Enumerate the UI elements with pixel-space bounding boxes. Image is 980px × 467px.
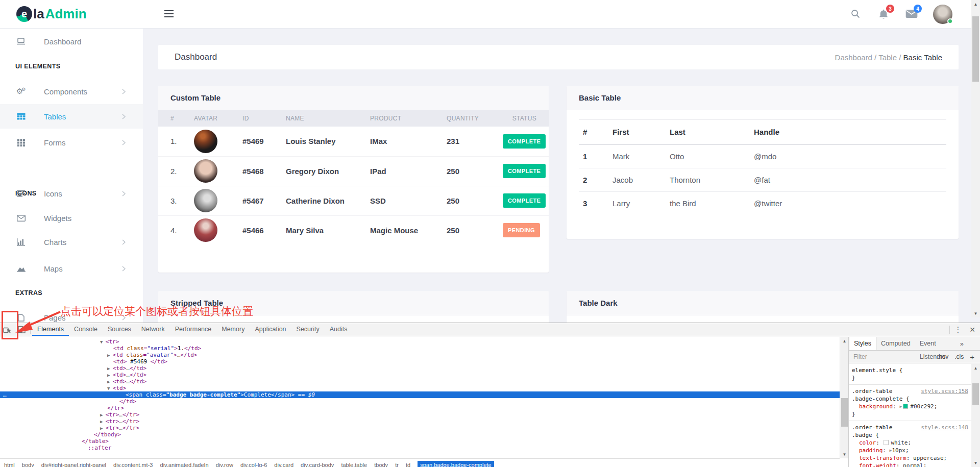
devtools-tab-console[interactable]: Console bbox=[69, 323, 103, 336]
online-status-dot bbox=[947, 18, 953, 24]
style-rule-element[interactable]: element.style { } bbox=[849, 364, 971, 385]
expand-arrow-icon[interactable]: ▶ bbox=[899, 404, 902, 409]
devtools-close-icon[interactable]: ✕ bbox=[965, 326, 980, 334]
color-swatch[interactable] bbox=[884, 440, 889, 445]
page-scrollbar[interactable]: ▲ ▼ bbox=[971, 0, 980, 317]
dom-crumb[interactable]: div.row bbox=[216, 462, 233, 467]
breadcrumb-table[interactable]: Table bbox=[878, 53, 897, 62]
devtools-tab-sources[interactable]: Sources bbox=[103, 323, 136, 336]
sidebar-item-tables[interactable]: Tables bbox=[0, 104, 143, 129]
devtools-tab-audits[interactable]: Audits bbox=[325, 323, 353, 336]
scrollbar-thumb[interactable] bbox=[972, 383, 979, 405]
tree-line-gutter-dots: … bbox=[3, 391, 7, 398]
styles-scrollbar[interactable]: ▲ ▼ bbox=[971, 364, 980, 467]
breadcrumb-dashboard[interactable]: Dashboard bbox=[835, 53, 872, 62]
tab-styles[interactable]: Styles bbox=[849, 337, 876, 350]
dom-crumb[interactable]: div.content.mt-3 bbox=[113, 462, 153, 467]
devtools-tab-network[interactable]: Network bbox=[136, 323, 170, 336]
notifications-bell-icon[interactable]: 3 bbox=[878, 9, 889, 20]
tab-event-listeners[interactable]: Event Listeners bbox=[915, 337, 960, 350]
sidebar-item-charts[interactable]: Charts bbox=[0, 230, 143, 254]
hamburger-menu-icon[interactable] bbox=[164, 10, 175, 19]
devtools-tab-memory[interactable]: Memory bbox=[216, 323, 250, 336]
dom-crumb[interactable]: tbody bbox=[374, 462, 388, 467]
elements-scrollbar[interactable]: ▲ ▼ bbox=[840, 337, 848, 458]
scroll-down-arrow[interactable]: ▼ bbox=[971, 459, 980, 467]
scroll-down-arrow[interactable]: ▼ bbox=[840, 450, 849, 458]
card-title: Custom Table bbox=[158, 86, 549, 110]
tree-line[interactable]: ▶ <tr>…</tr> bbox=[0, 411, 840, 418]
tab-computed[interactable]: Computed bbox=[876, 337, 915, 350]
app-logo[interactable]: elaAdmin bbox=[16, 6, 87, 22]
dom-crumb[interactable]: div.card-body bbox=[301, 462, 334, 467]
tree-line-selected[interactable]: …<span class="badge badge-complete">Comp… bbox=[0, 391, 840, 398]
more-tabs-icon[interactable]: » bbox=[960, 340, 964, 348]
devtools-tab-elements[interactable]: Elements bbox=[32, 323, 69, 336]
tree-line[interactable]: ▶ <td>…</td> bbox=[0, 378, 840, 385]
filter-input[interactable]: Filter bbox=[853, 353, 867, 360]
scroll-down-arrow[interactable]: ▼ bbox=[971, 309, 980, 317]
scroll-up-arrow[interactable]: ▲ bbox=[971, 364, 980, 372]
bar-chart-icon bbox=[15, 238, 27, 246]
scrollbar-thumb[interactable] bbox=[972, 16, 979, 82]
source-link[interactable]: style.scss:148 bbox=[921, 424, 968, 431]
sidebar-item-widgets[interactable]: Widgets bbox=[0, 206, 143, 230]
mail-icon[interactable]: 4 bbox=[905, 9, 917, 20]
new-style-rule-icon[interactable]: + bbox=[970, 353, 974, 361]
tree-line[interactable]: <td> #5469 </td> bbox=[0, 358, 840, 365]
sidebar-item-dashboard[interactable]: Dashboard bbox=[0, 29, 143, 54]
inspect-element-icon[interactable] bbox=[0, 323, 14, 336]
sidebar-item-icons[interactable]: Icons bbox=[0, 181, 143, 206]
dom-crumb[interactable]: table.table bbox=[341, 462, 367, 467]
tree-line[interactable]: ▶ <td>…</td> bbox=[0, 365, 840, 372]
tree-line[interactable]: </tr> bbox=[0, 405, 840, 411]
source-link[interactable]: style.scss:158 bbox=[921, 387, 968, 395]
tree-line[interactable]: </table> bbox=[0, 438, 840, 445]
scroll-up-arrow[interactable]: ▲ bbox=[971, 0, 980, 8]
tree-line[interactable]: <td class="serial">1.</td> bbox=[0, 345, 840, 352]
cls-toggle[interactable]: .cls bbox=[954, 353, 964, 360]
tree-line[interactable]: </tbody> bbox=[0, 431, 840, 438]
devtools-tab-security[interactable]: Security bbox=[291, 323, 325, 336]
dom-crumb[interactable]: div.card bbox=[274, 462, 293, 467]
style-rule-badge[interactable]: style.scss:148.order-table .badge { colo… bbox=[849, 421, 971, 467]
dom-crumb[interactable]: div#right-panel.right-panel bbox=[41, 462, 106, 467]
dom-crumb[interactable]: html bbox=[4, 462, 15, 467]
tree-line[interactable]: ::after bbox=[0, 445, 840, 451]
tree-line[interactable]: ▶ <td>…</td> bbox=[0, 372, 840, 378]
tree-line[interactable]: ▼ <td> bbox=[0, 385, 840, 391]
tree-line[interactable]: </td> bbox=[0, 398, 840, 405]
styles-tabbar: Styles Computed Event Listeners » bbox=[849, 337, 980, 351]
sidebar-item-forms[interactable]: Forms bbox=[0, 130, 143, 155]
sidebar-item-maps[interactable]: Maps bbox=[0, 256, 143, 281]
dom-crumb[interactable]: td bbox=[406, 462, 410, 467]
tree-line[interactable]: ▶ <td class="avatar">…</td> bbox=[0, 352, 840, 358]
dom-crumb[interactable]: body bbox=[22, 462, 34, 467]
notification-count-badge: 3 bbox=[886, 5, 894, 13]
dom-crumb[interactable]: div.animated.fadeIn bbox=[160, 462, 209, 467]
dom-crumb[interactable]: tr bbox=[395, 462, 399, 467]
devtools-menu-icon[interactable]: ⋮ bbox=[951, 325, 965, 334]
search-icon[interactable] bbox=[850, 9, 862, 20]
dom-crumb-selected[interactable]: span.badge.badge-complete bbox=[418, 461, 494, 467]
user-avatar[interactable] bbox=[933, 5, 952, 24]
hov-toggle[interactable]: :hov bbox=[937, 353, 949, 360]
style-rule-badge-complete[interactable]: style.scss:158.order-table .badge-comple… bbox=[849, 385, 971, 421]
scrollbar-thumb[interactable] bbox=[841, 398, 848, 427]
color-swatch[interactable] bbox=[903, 404, 908, 409]
scroll-up-arrow[interactable]: ▲ bbox=[840, 337, 849, 345]
tree-line[interactable]: ▶ <tr>…</tr> bbox=[0, 425, 840, 431]
chevron-right-icon bbox=[122, 140, 126, 145]
laptop-icon bbox=[15, 37, 27, 45]
status-badge: PENDING bbox=[503, 223, 540, 237]
sidebar-item-components[interactable]: ⚙⚙ Components bbox=[0, 79, 143, 104]
card-title: Stripped Table bbox=[158, 291, 549, 315]
devtools-tab-performance[interactable]: Performance bbox=[170, 323, 217, 336]
devtools-tab-application[interactable]: Application bbox=[250, 323, 291, 336]
gears-icon: ⚙⚙ bbox=[15, 87, 27, 96]
tree-line[interactable]: ▼ <tr> bbox=[0, 338, 840, 345]
tree-line[interactable]: ▶ <tr>…</tr> bbox=[0, 418, 840, 425]
dom-crumb[interactable]: div.col-lg-6 bbox=[240, 462, 267, 467]
table-row: 3 Larry the Bird @twitter bbox=[579, 192, 946, 215]
device-toolbar-icon[interactable] bbox=[14, 323, 29, 336]
